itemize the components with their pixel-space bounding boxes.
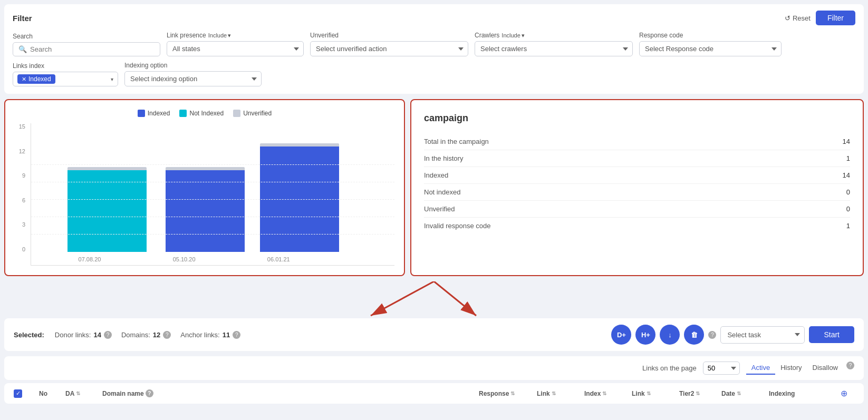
stat-row-total: Total in the campaign 14 xyxy=(424,133,850,150)
bars-area: 07.08.20 05.10.20 06.01.21 xyxy=(31,123,394,266)
selected-bar: Selected: Donor links: 14 ? Domains: 12 … xyxy=(4,318,864,351)
delete-button[interactable]: 🗑 xyxy=(684,325,704,345)
anchor-links-help-icon[interactable]: ? xyxy=(233,331,240,339)
links-on-page-label: Links on the page xyxy=(642,364,697,372)
donor-links-help-icon[interactable]: ? xyxy=(104,331,112,339)
th-index[interactable]: Index ⇅ xyxy=(580,390,628,397)
reset-button[interactable]: ↺ Reset xyxy=(785,14,811,22)
chart-container: 0 3 6 9 12 15 xyxy=(15,123,394,266)
date-label-3: 06.01.21 xyxy=(267,255,290,263)
action-help-icon[interactable]: ? xyxy=(708,331,716,339)
donor-links-value: 14 xyxy=(93,331,101,339)
crawlers-select[interactable]: Select crawlers xyxy=(475,41,633,56)
main-content: Indexed Not Indexed Unverified 0 3 6 xyxy=(4,99,864,276)
tab-active[interactable]: Active xyxy=(746,362,775,375)
response-code-select[interactable]: Select Response code xyxy=(639,41,782,56)
domains-help-icon[interactable]: ? xyxy=(163,331,171,339)
stat-value-indexed: 14 xyxy=(843,171,850,179)
filter-first-row: Search 🔍 Link presence Include ▾ All xyxy=(13,32,855,56)
d-plus-button[interactable]: D+ xyxy=(611,325,631,345)
links-index-caret-icon: ▾ xyxy=(111,76,113,82)
unverified-label: Unverified xyxy=(310,32,468,39)
date-label-1: 07.08.20 xyxy=(79,255,101,263)
selected-label: Selected: xyxy=(14,331,44,339)
th-link2[interactable]: Link ⇅ xyxy=(628,390,675,397)
bar-group-2 xyxy=(166,167,245,252)
legend-not-indexed-dot xyxy=(179,110,187,117)
view-tabs: Active History Disallow ? xyxy=(746,362,854,375)
stat-row-history: In the history 1 xyxy=(424,150,850,167)
unverified-group: Unverified Select unverified action xyxy=(310,32,468,56)
search-label: Search xyxy=(13,33,160,40)
domains-label: Domains: xyxy=(121,331,150,339)
pagination-bar: Links on the page 50 25 100 Active Histo… xyxy=(4,356,864,380)
stat-label-invalid: Invalid response code xyxy=(424,222,490,230)
th-indexing: Indexing xyxy=(765,390,833,397)
link-presence-include-toggle[interactable]: Include ▾ xyxy=(208,32,231,39)
stat-label-history: In the history xyxy=(424,154,463,162)
link-presence-label: Link presence Include ▾ xyxy=(167,32,304,39)
legend-indexed: Indexed xyxy=(138,110,170,117)
domain-help-icon[interactable]: ? xyxy=(146,389,153,397)
stat-value-unverified: 0 xyxy=(846,205,850,213)
links-index-label: Links index xyxy=(13,62,118,70)
view-tabs-help-icon[interactable]: ? xyxy=(846,362,854,369)
reset-icon: ↺ xyxy=(785,14,790,22)
crawlers-group: Crawlers Include ▾ Select crawlers xyxy=(475,32,633,56)
th-date[interactable]: Date ⇅ xyxy=(717,390,765,397)
y-label-0: 0 xyxy=(15,246,25,252)
th-more: ⊕ xyxy=(833,388,854,398)
y-label-3: 3 xyxy=(15,221,25,228)
selected-stats: Donor links: 14 ? Domains: 12 ? Anchor l… xyxy=(55,331,240,339)
link2-sort-icon: ⇅ xyxy=(647,390,651,396)
tier2-sort-icon: ⇅ xyxy=(696,390,700,396)
download-button[interactable]: ↓ xyxy=(660,325,680,345)
response-sort-icon: ⇅ xyxy=(510,390,515,396)
index-sort-icon: ⇅ xyxy=(602,390,606,396)
link-presence-group: Link presence Include ▾ All states xyxy=(167,32,304,56)
anchor-links-item: Anchor links: 11 ? xyxy=(180,331,240,339)
bar-group-3 xyxy=(260,143,339,252)
domains-value: 12 xyxy=(153,331,160,339)
donor-links-label: Donor links: xyxy=(55,331,91,339)
start-button[interactable]: Start xyxy=(809,326,854,343)
unverified-select[interactable]: Select unverified action xyxy=(310,41,468,56)
stat-label-unverified: Unverified xyxy=(424,205,455,213)
links-index-select[interactable]: ✕ Indexed ▾ xyxy=(13,72,118,86)
filter-second-row: Links index ✕ Indexed ▾ Indexing option … xyxy=(13,62,855,86)
legend-unverified-dot xyxy=(233,110,240,117)
date-label-2: 05.10.20 xyxy=(173,255,196,263)
link-presence-select[interactable]: All states xyxy=(167,41,304,56)
crawlers-include-toggle[interactable]: Include ▾ xyxy=(501,32,524,39)
filter-button[interactable]: Filter xyxy=(816,11,855,25)
th-link[interactable]: Link ⇅ xyxy=(533,390,580,397)
indexing-option-select[interactable]: Select indexing option xyxy=(124,71,262,86)
h-plus-button[interactable]: H+ xyxy=(635,325,655,345)
th-checkbox xyxy=(14,389,35,398)
anchor-links-value: 11 xyxy=(223,331,230,339)
link-sort-icon: ⇅ xyxy=(552,390,556,396)
tab-history[interactable]: History xyxy=(775,362,807,375)
th-da[interactable]: DA ⇅ xyxy=(61,390,98,397)
search-input[interactable] xyxy=(30,45,155,53)
th-response[interactable]: Response ⇅ xyxy=(475,390,533,397)
bar-not-indexed-1 xyxy=(67,170,147,252)
search-group: Search 🔍 xyxy=(13,33,160,56)
search-box[interactable]: 🔍 xyxy=(13,42,160,56)
filter-action-buttons: ↺ Reset Filter xyxy=(785,11,855,25)
crawlers-caret-icon: ▾ xyxy=(522,32,525,39)
tab-disallow[interactable]: Disallow xyxy=(807,362,843,375)
donor-links-item: Donor links: 14 ? xyxy=(55,331,112,339)
grid-line-15 xyxy=(31,164,394,165)
page-size-select[interactable]: 50 25 100 xyxy=(703,362,740,375)
indexed-badge-remove[interactable]: ✕ xyxy=(22,76,26,83)
select-all-checkbox[interactable] xyxy=(14,389,22,398)
response-code-group: Response code Select Response code xyxy=(639,32,782,56)
more-columns-icon[interactable]: ⊕ xyxy=(841,388,847,398)
th-domain: Domain name ? xyxy=(98,389,475,397)
th-tier2[interactable]: Tier2 ⇅ xyxy=(675,390,717,397)
action-buttons-group: D+ H+ ↓ 🗑 ? Select task Start xyxy=(611,325,854,345)
task-select[interactable]: Select task xyxy=(720,326,805,344)
domains-item: Domains: 12 ? xyxy=(121,331,171,339)
grid-line-3 xyxy=(31,234,394,235)
